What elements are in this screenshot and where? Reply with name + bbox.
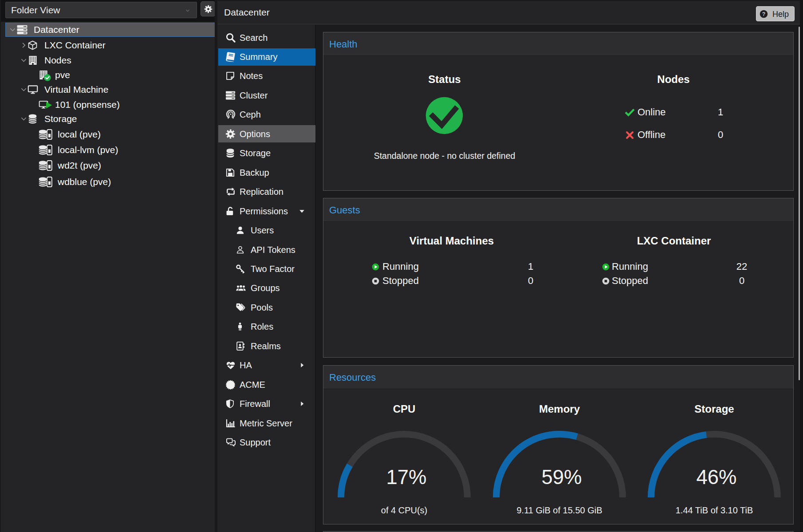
svg-text:?: ? xyxy=(762,11,766,17)
